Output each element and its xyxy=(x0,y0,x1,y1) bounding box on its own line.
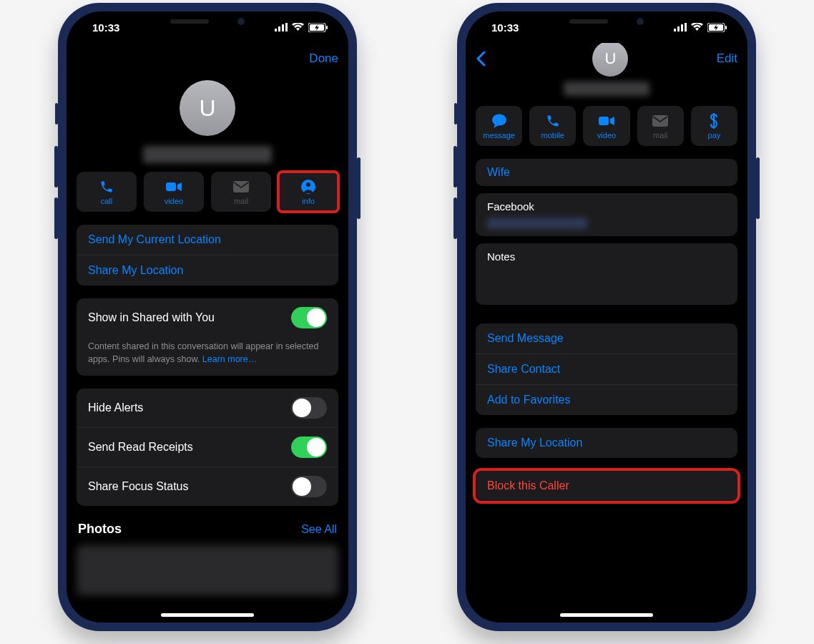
signal-icon xyxy=(674,23,687,31)
call-label: call xyxy=(101,197,113,205)
done-button[interactable]: Done xyxy=(309,52,338,66)
mobile-button[interactable]: mobile xyxy=(529,106,576,146)
shared-with-you-row: Show in Shared with You xyxy=(77,298,338,337)
svg-rect-0 xyxy=(275,29,277,31)
video-label: video xyxy=(597,131,616,140)
facebook-row[interactable]: Facebook xyxy=(476,193,737,236)
svg-rect-12 xyxy=(677,26,680,31)
read-receipts-label: Send Read Receipts xyxy=(88,441,193,454)
focus-status-label: Share Focus Status xyxy=(88,480,189,493)
video-button[interactable]: video xyxy=(144,172,204,212)
avatar: U xyxy=(592,43,628,77)
power-button xyxy=(756,157,760,219)
mobile-label: mobile xyxy=(541,131,564,140)
share-location-panel: Share My Location xyxy=(476,428,737,458)
contact-name xyxy=(564,82,649,96)
power-button xyxy=(357,157,361,219)
mute-switch xyxy=(454,103,457,125)
back-button[interactable] xyxy=(476,51,504,67)
facebook-value xyxy=(487,218,587,229)
relation-row[interactable]: Wife xyxy=(476,159,737,186)
phone-icon xyxy=(546,113,560,129)
svg-rect-3 xyxy=(285,23,288,31)
volume-down-button xyxy=(54,197,58,239)
phone-left: 10:33 Done U xyxy=(58,3,357,631)
screen-right: 10:33 U xyxy=(466,11,747,623)
block-caller-row[interactable]: Block this Caller xyxy=(476,471,737,501)
shared-with-you-label: Show in Shared with You xyxy=(88,311,215,324)
svg-point-10 xyxy=(306,182,310,187)
notch xyxy=(139,11,275,31)
svg-rect-17 xyxy=(725,26,727,29)
video-label: video xyxy=(165,197,183,205)
message-icon xyxy=(491,113,507,129)
svg-rect-13 xyxy=(681,24,683,31)
action-row: message mobile video xyxy=(476,106,737,146)
wifi-icon xyxy=(691,23,703,31)
learn-more-link[interactable]: Learn more… xyxy=(202,354,257,364)
home-indicator[interactable] xyxy=(161,613,254,617)
video-button[interactable]: video xyxy=(583,106,629,146)
share-contact-row[interactable]: Share Contact xyxy=(476,353,737,384)
svg-rect-6 xyxy=(326,26,328,29)
share-location-row[interactable]: Share My Location xyxy=(77,255,338,286)
battery-icon xyxy=(707,23,727,32)
volume-up-button xyxy=(453,146,457,187)
message-button[interactable]: message xyxy=(476,106,522,146)
pay-label: pay xyxy=(708,131,721,140)
read-receipts-toggle[interactable] xyxy=(291,436,327,458)
send-message-row[interactable]: Send Message xyxy=(476,323,737,353)
call-button[interactable]: call xyxy=(77,172,137,212)
hide-alerts-toggle[interactable] xyxy=(291,397,327,419)
svg-rect-7 xyxy=(166,182,176,191)
svg-rect-14 xyxy=(685,23,687,31)
mail-icon xyxy=(652,113,668,129)
see-all-link[interactable]: See All xyxy=(301,523,337,536)
info-button[interactable]: info xyxy=(278,172,338,212)
notes-label: Notes xyxy=(487,250,515,263)
svg-rect-2 xyxy=(282,24,284,31)
add-favorites-row[interactable]: Add to Favorites xyxy=(476,384,737,415)
svg-rect-20 xyxy=(652,115,668,127)
hide-alerts-label: Hide Alerts xyxy=(88,401,143,414)
mail-icon xyxy=(233,179,249,195)
avatar-initial: U xyxy=(604,49,616,68)
contact-name xyxy=(143,146,272,163)
pay-button[interactable]: pay xyxy=(691,106,737,146)
read-receipts-row: Send Read Receipts xyxy=(77,427,338,467)
screen-left: 10:33 Done U xyxy=(67,11,348,623)
avatar: U xyxy=(180,80,235,136)
photo-thumbnail[interactable] xyxy=(77,545,338,595)
info-icon xyxy=(300,179,316,195)
info-label: info xyxy=(302,197,315,205)
notes-row[interactable]: Notes xyxy=(476,243,737,305)
shared-description: Content shared in this conversation will… xyxy=(77,337,338,376)
home-indicator[interactable] xyxy=(560,613,653,617)
send-location-row[interactable]: Send My Current Location xyxy=(77,225,338,255)
svg-point-18 xyxy=(492,114,506,125)
svg-rect-8 xyxy=(233,181,249,192)
shared-with-you-toggle[interactable] xyxy=(291,307,327,328)
edit-button[interactable]: Edit xyxy=(717,52,737,66)
svg-rect-11 xyxy=(674,29,676,31)
location-panel: Send My Current Location Share My Locati… xyxy=(77,225,338,286)
focus-status-toggle[interactable] xyxy=(291,476,327,497)
mail-label: mail xyxy=(234,197,248,205)
video-icon xyxy=(599,113,614,129)
video-icon xyxy=(166,179,182,195)
battery-icon xyxy=(308,23,328,32)
relation-value: Wife xyxy=(487,166,510,178)
status-time: 10:33 xyxy=(92,21,119,34)
notch xyxy=(539,11,675,31)
share-location-row[interactable]: Share My Location xyxy=(476,428,737,458)
svg-rect-19 xyxy=(599,117,609,125)
mail-button[interactable]: mail xyxy=(211,172,271,212)
svg-rect-1 xyxy=(278,26,280,31)
phone-icon xyxy=(99,179,114,195)
settings-panel: Hide Alerts Send Read Receipts Share Foc… xyxy=(77,389,338,506)
message-label: message xyxy=(483,131,515,140)
signal-icon xyxy=(275,23,288,31)
mail-button[interactable]: mail xyxy=(637,106,684,146)
dollar-icon xyxy=(709,113,719,129)
phone-right: 10:33 U xyxy=(457,3,756,631)
